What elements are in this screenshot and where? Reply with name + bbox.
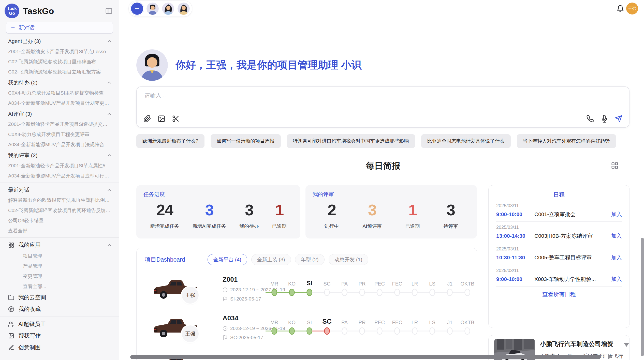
phone-icon[interactable] bbox=[586, 115, 594, 123]
tab-model-year[interactable]: 年型 (2) bbox=[295, 254, 325, 265]
task-progress-card: 任务进度 24 新增完成任务 3 新增AI完成任务 3 我的待办 1 已逾期 bbox=[136, 185, 300, 238]
session-avatar-1[interactable] bbox=[147, 3, 159, 15]
tab-new-body[interactable]: 全新上装 (3) bbox=[251, 254, 291, 265]
sidebar-item-help-me-write[interactable]: 帮我写作 bbox=[0, 330, 119, 342]
paperclip-icon[interactable] bbox=[143, 115, 151, 123]
event-time: 9:00-10:00 bbox=[496, 276, 534, 282]
schedule-event: 2025/03/11 13:00-14:30 C003|H0B-方案冻结评审 加… bbox=[496, 222, 622, 243]
join-link[interactable]: 加入 bbox=[611, 211, 622, 218]
tab-new-platform[interactable]: 全新平台 (4) bbox=[208, 254, 247, 265]
vertical-scrollbar[interactable] bbox=[641, 238, 644, 356]
sidebar-item-change-mgmt[interactable]: 变更管理 bbox=[0, 271, 119, 281]
view-all-apps-link[interactable]: 查看全部... bbox=[0, 281, 119, 292]
new-chat-label: 新对话 bbox=[19, 24, 35, 31]
milestone-label: MR bbox=[266, 320, 283, 325]
event-date: 2025/03/11 bbox=[496, 203, 622, 208]
horizontal-scrollbar[interactable] bbox=[130, 355, 601, 359]
new-chat-button[interactable]: 新对话 bbox=[6, 22, 113, 34]
layout-toggle-icon[interactable] bbox=[611, 162, 619, 169]
stat-new-done: 24 新增完成任务 bbox=[150, 202, 179, 230]
sidebar-item-label: 创意制图 bbox=[18, 344, 41, 351]
milestone-label: FEC bbox=[388, 320, 406, 325]
conversation-item[interactable]: C0X4-动力总成开发项目SI里程碑提交物检查 bbox=[0, 88, 119, 98]
notification-bell-icon[interactable] bbox=[617, 5, 624, 12]
milestone-label: OKTB bbox=[459, 320, 476, 325]
chevron-up-icon[interactable] bbox=[107, 80, 112, 85]
event-title: X003-车辆动力学性能验... bbox=[534, 276, 609, 283]
join-link[interactable]: 加入 bbox=[611, 276, 622, 283]
stat-label: 新增AI完成任务 bbox=[193, 223, 226, 230]
stat-value: 3 bbox=[193, 202, 226, 218]
stat-value: 1 bbox=[405, 202, 420, 218]
conversation-item[interactable]: C02-飞腾新能源轻客改款项目里程碑画布 bbox=[0, 57, 119, 67]
join-link[interactable]: 加入 bbox=[611, 254, 622, 261]
scissors-icon[interactable] bbox=[172, 115, 180, 123]
milestone-timeline: MR KO SI SC PA PR PEC FEC LR LS J1 OKTB bbox=[266, 279, 476, 297]
session-avatar-3[interactable] bbox=[178, 3, 190, 15]
scroll-down-arrow[interactable] bbox=[624, 343, 629, 347]
session-avatar-2[interactable] bbox=[162, 3, 174, 15]
conversation-item[interactable]: C02-飞腾新能源轻客改款项目立项汇报方案 bbox=[0, 67, 119, 77]
project-row-z001[interactable]: 王强 Z001 2023-12-19 ~ 2027-01-19 SI-2025-… bbox=[137, 271, 477, 307]
schedule-title: 日程 bbox=[496, 191, 622, 199]
scroll-right-arrow[interactable] bbox=[608, 354, 612, 359]
chat-input[interactable] bbox=[144, 92, 552, 99]
sidebar-item-product-mgmt[interactable]: 产品管理 bbox=[0, 261, 119, 271]
person-avatar-icon bbox=[147, 3, 159, 15]
suggestion-chip[interactable]: 比亚迪全固态电池计划具体说了什么 bbox=[421, 134, 511, 148]
conversation-item[interactable]: 公司Q3轻卡销量 bbox=[0, 216, 119, 226]
conversation-item[interactable]: 解释最新出台的欧盟报废车法规再生塑料比例被调至15%... bbox=[0, 195, 119, 205]
milestone-label: PEC bbox=[371, 281, 388, 287]
view-all-schedule-link[interactable]: 查看所有日程 bbox=[496, 291, 622, 298]
tab-powertrain-dev[interactable]: 动总开发 (1) bbox=[329, 254, 368, 265]
schedule-event: 2025/03/11 9:00-10:00 X003-车辆动力学性能验... 加… bbox=[496, 265, 622, 287]
conversation-item[interactable]: Z001-全新燃油轻卡产品开发项目SI造型提交物评审 bbox=[0, 119, 119, 129]
section-header-my-todos[interactable]: 我的待办 (2) bbox=[0, 77, 119, 88]
section-header-agent-done[interactable]: Agent已办 (3) bbox=[0, 36, 119, 47]
new-session-button[interactable] bbox=[131, 3, 143, 15]
suggestion-chip[interactable]: 当下年轻人对汽车外观有怎样的喜好趋势 bbox=[517, 134, 616, 148]
conversation-item[interactable]: A034-全新新能源MUV产品开发项目计划变更表编写 bbox=[0, 98, 119, 108]
chevron-up-icon[interactable] bbox=[107, 111, 112, 117]
conversation-item[interactable]: Z001-全新燃油轻卡产品开发项目SI节点属性5D文件评审 bbox=[0, 161, 119, 171]
sidebar-item-cloud-space[interactable]: 我的云空间 bbox=[0, 292, 119, 303]
sidebar-collapse-icon[interactable] bbox=[105, 7, 113, 15]
section-title: 我的评审 (2) bbox=[8, 152, 38, 159]
send-icon[interactable] bbox=[615, 115, 622, 123]
card-title: 任务进度 bbox=[143, 191, 293, 198]
stat-label: 新增完成任务 bbox=[150, 223, 179, 230]
user-avatar[interactable]: 王强 bbox=[626, 3, 638, 14]
section-header-recent[interactable]: 最近对话 bbox=[0, 184, 119, 195]
sidebar-item-label: 我的收藏 bbox=[18, 305, 41, 313]
conversation-item[interactable]: C0X4-动力总成开发项目工程变更评审 bbox=[0, 129, 119, 140]
sidebar-header: Task Go TaskGo bbox=[0, 0, 119, 22]
sidebar-item-creative-drawing[interactable]: 创意制图 bbox=[0, 342, 119, 353]
chevron-up-icon[interactable] bbox=[107, 38, 112, 44]
chevron-up-icon[interactable] bbox=[107, 153, 112, 158]
sidebar-item-ai-super-staff[interactable]: AI超级员工 bbox=[0, 318, 119, 330]
conversation-item[interactable]: A034-全新新能源MUV产品开发项目法规符合性评审 bbox=[0, 140, 119, 150]
milestone-label: LR bbox=[406, 320, 423, 325]
project-row-a034[interactable]: 王强 A034 2023-12-19 ~ 2026-01-19 SC-2025-… bbox=[137, 310, 477, 346]
logo-text-bottom: Go bbox=[9, 11, 15, 16]
app-title: TaskGo bbox=[23, 6, 54, 16]
suggestion-chip[interactable]: 欧洲新规最近颁布了什么? bbox=[136, 134, 204, 148]
chevron-up-icon[interactable] bbox=[107, 242, 112, 248]
sidebar-item-my-apps[interactable]: 我的应用 bbox=[0, 239, 119, 251]
stat-in-progress: 2 进行中 bbox=[325, 202, 339, 230]
section-header-my-reviews[interactable]: 我的评审 (2) bbox=[0, 150, 119, 161]
suggestion-chip[interactable]: 如何写一份清晰的项目周报 bbox=[211, 134, 281, 148]
image-icon[interactable] bbox=[158, 115, 165, 123]
suggestion-chip[interactable]: 特朗普可能对进口汽车增税会对中国车企造成哪些影响 bbox=[287, 134, 415, 148]
person-avatar-icon bbox=[136, 49, 168, 81]
sidebar-item-favorites[interactable]: 我的收藏 bbox=[0, 303, 119, 315]
microphone-icon[interactable] bbox=[601, 115, 608, 123]
sidebar-item-project-mgmt[interactable]: 项目管理 bbox=[0, 251, 119, 261]
view-all-conversations-link[interactable]: 查看全部... bbox=[0, 226, 119, 236]
section-header-ai-review[interactable]: AI评审 (3) bbox=[0, 108, 119, 119]
conversation-item[interactable]: C02-飞腾新能源轻客改款项目的闭环通告反馈情况 bbox=[0, 205, 119, 216]
join-link[interactable]: 加入 bbox=[611, 232, 622, 239]
chevron-up-icon[interactable] bbox=[107, 187, 112, 193]
conversation-item[interactable]: A034-全新新能源MUV产品开发项目造型可行性评审 bbox=[0, 171, 119, 181]
conversation-item[interactable]: Z001-全新燃油皮卡产品开发项目SI节点Lesson Learn报告 bbox=[0, 47, 119, 57]
